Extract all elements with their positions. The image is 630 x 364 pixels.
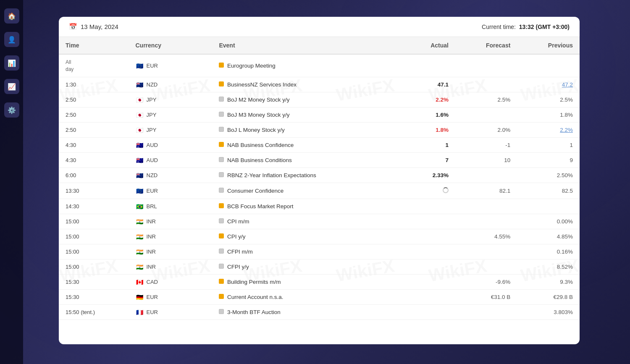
flag-icon: 🇮🇳 bbox=[136, 264, 144, 270]
importance-indicator bbox=[219, 218, 224, 223]
cell-event: BusinessNZ Services Index bbox=[212, 77, 404, 92]
cell-forecast bbox=[455, 54, 517, 77]
table-row: 15:00🇮🇳INR CPI m/m0.00% bbox=[59, 214, 580, 229]
cell-actual bbox=[404, 229, 455, 244]
importance-indicator bbox=[219, 142, 224, 147]
cell-time: 15:50 (tent.) bbox=[59, 305, 129, 320]
cell-forecast bbox=[455, 214, 517, 229]
forecast-value: €31.0 B bbox=[491, 294, 511, 300]
flag-icon: 🇨🇦 bbox=[136, 279, 144, 285]
col-forecast: Forecast bbox=[455, 37, 517, 54]
cell-actual bbox=[404, 244, 455, 259]
date-display: 📅 13 May, 2024 bbox=[69, 23, 118, 31]
importance-indicator bbox=[219, 157, 224, 162]
flag-icon: 🇮🇳 bbox=[136, 219, 144, 225]
table-row: 15:00🇮🇳INR CFPI y/y8.52% bbox=[59, 259, 580, 275]
loading-spinner bbox=[443, 187, 449, 193]
importance-indicator bbox=[219, 233, 224, 238]
sidebar-icon-settings[interactable]: ⚙️ bbox=[4, 102, 19, 118]
currency-code: AUD bbox=[147, 142, 158, 148]
previous-value-link[interactable]: 47.2 bbox=[562, 81, 573, 88]
cell-event: CPI m/m bbox=[212, 214, 404, 229]
table-row: 2:50🇯🇵JPY BoJ L Money Stock y/y1.8%2.0%2… bbox=[59, 123, 580, 138]
col-time: Time bbox=[59, 37, 129, 54]
forecast-value: 2.0% bbox=[498, 127, 511, 133]
main-panel: WikiFX WikiFX WikiFX WikiFX WikiFX WikiF… bbox=[59, 17, 580, 344]
event-name: Building Permits m/m bbox=[227, 279, 281, 285]
sidebar-icon-user[interactable]: 👤 bbox=[4, 32, 19, 47]
cell-forecast: 82.1 bbox=[455, 183, 517, 199]
flag-icon: 🇯🇵 bbox=[136, 127, 144, 133]
actual-value: 7 bbox=[445, 157, 449, 163]
cell-actual bbox=[404, 54, 455, 77]
cell-actual: 1.8% bbox=[404, 123, 455, 138]
cell-time: 1:30 bbox=[59, 77, 129, 92]
current-time-value: 13:32 (GMT +3:00) bbox=[519, 24, 570, 30]
event-name: Consumer Confidence bbox=[227, 188, 284, 194]
sidebar: 🏠 👤 📊 📈 ⚙️ bbox=[0, 0, 23, 364]
cell-currency: 🇯🇵JPY bbox=[129, 107, 213, 123]
cell-actual bbox=[404, 214, 455, 229]
flag-icon: 🇯🇵 bbox=[136, 112, 144, 118]
cell-previous: 0.16% bbox=[517, 244, 580, 259]
cell-actual: 2.2% bbox=[404, 92, 455, 107]
col-actual: Actual bbox=[404, 37, 455, 54]
cell-time: 2:50 bbox=[59, 107, 129, 123]
cell-previous: 2.2% bbox=[517, 123, 580, 138]
table-row: 15:30🇩🇪EUR Current Account n.s.a.€31.0 B… bbox=[59, 290, 580, 305]
cell-previous bbox=[517, 199, 580, 214]
previous-value: 2.5% bbox=[560, 97, 573, 103]
cell-time: 15:00 bbox=[59, 214, 129, 229]
currency-code: INR bbox=[147, 249, 156, 255]
forecast-value: 82.1 bbox=[499, 188, 510, 194]
cell-actual bbox=[404, 305, 455, 320]
currency-code: CAD bbox=[147, 279, 158, 285]
event-name: Eurogroup Meeting bbox=[227, 63, 276, 69]
panel-header: 📅 13 May, 2024 Current time: 13:32 (GMT … bbox=[59, 17, 580, 37]
forecast-value: 10 bbox=[504, 157, 510, 163]
cell-actual bbox=[404, 290, 455, 305]
cell-previous: 1.8% bbox=[517, 107, 580, 123]
current-time-label: Current time: bbox=[482, 24, 516, 30]
cell-actual bbox=[404, 199, 455, 214]
sidebar-icon-trending[interactable]: 📈 bbox=[4, 79, 19, 94]
table-row: 15:00🇮🇳INR CPI y/y4.55%4.85% bbox=[59, 229, 580, 244]
actual-value: 1 bbox=[445, 142, 449, 148]
events-table: Time Currency Event Actual Forecast Prev… bbox=[59, 37, 580, 320]
previous-value: 9.3% bbox=[560, 279, 573, 285]
event-name: CPI y/y bbox=[227, 233, 246, 240]
cell-event: CPI y/y bbox=[212, 229, 404, 244]
cell-actual bbox=[404, 259, 455, 275]
importance-indicator bbox=[219, 81, 224, 86]
cell-forecast bbox=[455, 107, 517, 123]
cell-event: Building Permits m/m bbox=[212, 275, 404, 290]
sidebar-icon-chart[interactable]: 📊 bbox=[4, 55, 19, 71]
actual-value: 2.2% bbox=[436, 97, 449, 103]
cell-actual: 2.33% bbox=[404, 168, 455, 183]
actual-value: 47.1 bbox=[438, 81, 449, 88]
previous-value-link[interactable]: 2.2% bbox=[560, 127, 573, 133]
cell-forecast: 2.0% bbox=[455, 123, 517, 138]
table-row: 15:00🇮🇳INR CFPI m/m0.16% bbox=[59, 244, 580, 259]
importance-indicator bbox=[219, 63, 224, 68]
currency-code: INR bbox=[147, 218, 156, 225]
cell-previous: 1 bbox=[517, 138, 580, 153]
cell-forecast: 4.55% bbox=[455, 229, 517, 244]
flag-icon: 🇫🇷 bbox=[136, 309, 144, 315]
table-row: Allday🇪🇺EUR Eurogroup Meeting bbox=[59, 54, 580, 77]
cell-previous bbox=[517, 54, 580, 77]
cell-currency: 🇫🇷EUR bbox=[129, 305, 213, 320]
sidebar-icon-home[interactable]: 🏠 bbox=[4, 8, 19, 24]
cell-forecast: 2.5% bbox=[455, 92, 517, 107]
event-name: NAB Business Confidence bbox=[227, 142, 294, 148]
currency-code: NZD bbox=[147, 172, 158, 178]
cell-currency: 🇯🇵JPY bbox=[129, 92, 213, 107]
event-name: BCB Focus Market Report bbox=[227, 203, 294, 209]
table-container: Time Currency Event Actual Forecast Prev… bbox=[59, 37, 580, 320]
cell-previous: 8.52% bbox=[517, 259, 580, 275]
currency-code: JPY bbox=[147, 127, 157, 133]
cell-forecast: 10 bbox=[455, 153, 517, 168]
currency-code: BRL bbox=[147, 203, 157, 209]
cell-forecast: €31.0 B bbox=[455, 290, 517, 305]
flag-icon: 🇧🇷 bbox=[136, 204, 144, 209]
